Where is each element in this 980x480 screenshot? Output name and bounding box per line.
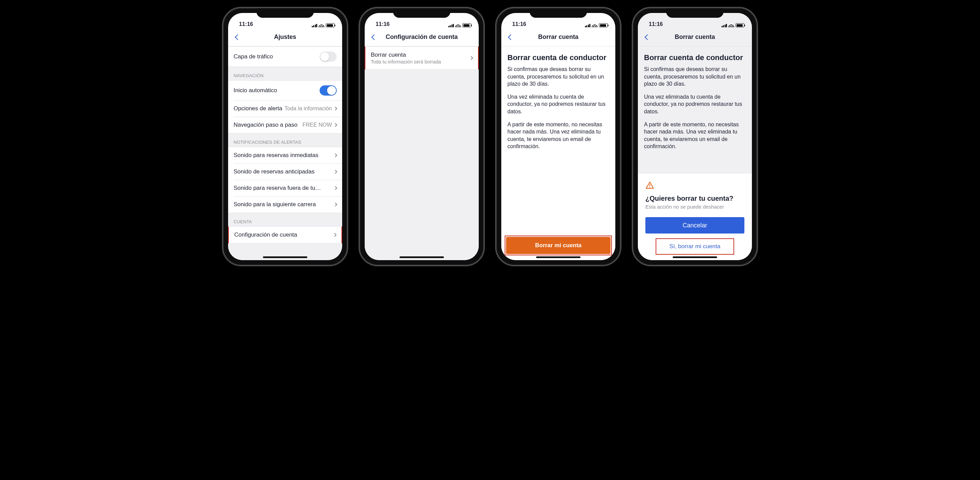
nav-title: Borrar cuenta <box>675 33 715 41</box>
chevron-right-icon <box>333 123 337 127</box>
back-button[interactable] <box>641 30 654 44</box>
battery-icon <box>735 23 745 27</box>
row-label: Configuración de cuenta <box>234 232 333 238</box>
notch <box>393 8 450 18</box>
notch <box>666 8 724 18</box>
home-indicator[interactable] <box>536 256 581 258</box>
status-time: 11:16 <box>509 21 526 27</box>
chevron-right-icon <box>333 153 337 157</box>
signal-icon <box>448 23 454 27</box>
section-header-navigation: NAVEGACIÓN <box>228 67 342 80</box>
wifi-icon <box>592 23 598 27</box>
phone-frame-3: 11:16 Borrar cuenta Borrar cuenta de con… <box>495 7 622 266</box>
body-paragraph-2: Una vez eliminada tu cuenta de conductor… <box>501 93 615 121</box>
chevron-right-icon <box>469 56 473 60</box>
confirm-sheet: ¿Quieres borrar tu cuenta? Esta acción n… <box>638 173 752 260</box>
nav-title: Borrar cuenta <box>538 33 578 41</box>
back-button[interactable] <box>504 30 518 44</box>
row-delete-account[interactable]: Borrar cuenta Toda tu información será b… <box>365 46 479 70</box>
nav-title: Configuración de cuenta <box>385 33 458 41</box>
row-label: Sonido para la siguiente carrera <box>234 201 334 208</box>
back-button[interactable] <box>231 30 245 44</box>
battery-icon <box>326 23 335 27</box>
row-alert-options[interactable]: Opciones de alerta Toda la información <box>228 100 342 117</box>
row-label: Capa de tráfico <box>234 53 320 60</box>
row-label: Sonido para reservas inmediatas <box>234 152 334 159</box>
row-account-settings[interactable]: Configuración de cuenta <box>228 226 342 243</box>
nav-header: Ajustes <box>228 28 342 46</box>
battery-icon <box>462 23 471 27</box>
row-traffic-layer[interactable]: Capa de tráfico <box>228 46 342 67</box>
notch <box>256 8 314 18</box>
signal-icon <box>312 23 318 27</box>
status-time: 11:16 <box>372 21 390 27</box>
chevron-left-icon <box>645 34 651 40</box>
row-label: Inicio automático <box>234 87 320 94</box>
chevron-left-icon <box>508 34 514 40</box>
sheet-title: ¿Quieres borrar tu cuenta? <box>645 195 745 202</box>
section-header-alerts: NOTIFICACIONES DE ALERTAS <box>228 134 342 147</box>
chevron-right-icon <box>333 106 337 110</box>
svg-point-1 <box>649 187 650 188</box>
home-indicator[interactable] <box>399 256 444 258</box>
row-turn-by-turn[interactable]: Navegación paso a paso FREE NOW <box>228 117 342 134</box>
nav-header: Borrar cuenta <box>638 28 752 46</box>
sheet-subtitle: Esta acción no se puede deshacer <box>645 204 745 210</box>
body-paragraph-3: A partir de este momento, no necesitas h… <box>501 121 615 156</box>
row-value: FREE NOW <box>302 122 332 128</box>
nav-header: Borrar cuenta <box>501 28 615 46</box>
notch <box>530 8 587 18</box>
wifi-icon <box>318 23 325 27</box>
signal-icon <box>585 23 591 27</box>
chevron-right-icon <box>332 233 336 237</box>
delete-account-button[interactable]: Borrar mi cuenta <box>506 237 611 254</box>
highlight-frame: Borrar mi cuenta <box>505 235 612 255</box>
body-paragraph-1: Si confirmas que deseas borrar su cuenta… <box>501 65 615 93</box>
chevron-left-icon <box>235 34 241 40</box>
row-autostart[interactable]: Inicio automático <box>228 80 342 100</box>
row-subtitle: Toda tu información será borrada <box>371 59 470 65</box>
status-time: 11:16 <box>645 21 663 27</box>
confirm-delete-button[interactable]: Sí, borrar mi cuenta <box>656 239 733 254</box>
battery-icon <box>599 23 608 27</box>
row-label: Sonido para reserva fuera de tu… <box>234 185 334 192</box>
back-button[interactable] <box>368 30 381 44</box>
phone-frame-2: 11:16 Configuración de cuenta Borrar cue… <box>358 7 485 266</box>
row-label: Borrar cuenta <box>371 52 470 58</box>
home-indicator[interactable] <box>673 256 717 258</box>
row-sound-advance[interactable]: Sonido de reservas anticipadas <box>228 164 342 180</box>
nav-title: Ajustes <box>274 33 296 41</box>
row-sound-outside[interactable]: Sonido para reserva fuera de tu… <box>228 180 342 196</box>
toggle-autostart[interactable] <box>320 85 337 95</box>
page-title: Borrar cuenta de conductor <box>501 46 615 65</box>
warning-icon <box>645 181 654 190</box>
nav-header: Configuración de cuenta <box>365 28 479 46</box>
status-time: 11:16 <box>235 21 253 27</box>
toggle-traffic-layer[interactable] <box>320 52 337 62</box>
section-header-account: CUENTA <box>228 213 342 226</box>
row-sound-immediate[interactable]: Sonido para reservas inmediatas <box>228 147 342 164</box>
body-paragraph-2: Una vez eliminada tu cuenta de conductor… <box>638 93 752 121</box>
highlight-frame: Sí, borrar mi cuenta <box>655 238 734 255</box>
page-title: Borrar cuenta de conductor <box>638 46 752 65</box>
row-label: Navegación paso a paso <box>234 122 302 128</box>
wifi-icon <box>728 23 734 27</box>
chevron-right-icon <box>333 170 337 173</box>
row-label: Opciones de alerta <box>234 105 285 112</box>
home-indicator[interactable] <box>263 256 307 258</box>
body-paragraph-3: A partir de este momento, no necesitas h… <box>638 121 752 156</box>
signal-icon <box>722 23 727 27</box>
cancel-button[interactable]: Cancelar <box>645 217 745 234</box>
wifi-icon <box>455 23 461 27</box>
row-label: Sonido de reservas anticipadas <box>234 168 334 175</box>
chevron-right-icon <box>333 202 337 206</box>
chevron-right-icon <box>333 186 337 190</box>
row-value: Toda la información <box>285 105 332 112</box>
chevron-left-icon <box>372 34 377 40</box>
row-sound-next[interactable]: Sonido para la siguiente carrera <box>228 196 342 213</box>
body-paragraph-1: Si confirmas que deseas borrar su cuenta… <box>638 65 752 93</box>
phone-frame-4: 11:16 Borrar cuenta Borrar cuenta de con… <box>632 7 758 266</box>
phone-frame-1: 11:16 Ajustes Capa de tráfico NAVEGACIÓN <box>222 7 348 266</box>
